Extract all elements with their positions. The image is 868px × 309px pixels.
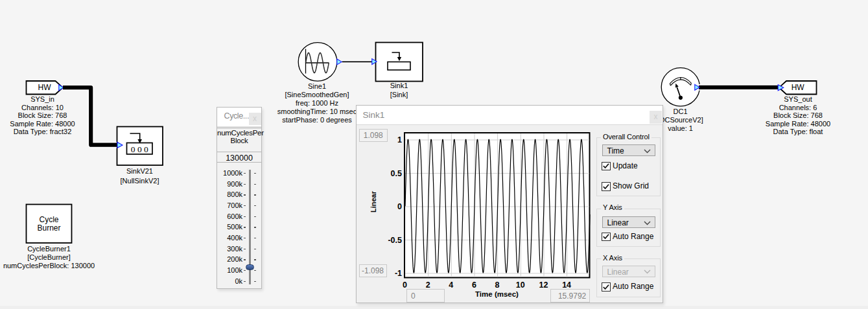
svg-text:Sample Rate: 48000: Sample Rate: 48000: [766, 120, 830, 128]
svg-text:Cycle: Cycle: [39, 215, 58, 224]
svg-text:value: 1: value: 1: [668, 124, 693, 132]
svg-text:SYS_in: SYS_in: [30, 95, 54, 103]
svg-text:Block Size: 768: Block Size: 768: [773, 111, 823, 119]
svg-text:Data Type: float: Data Type: float: [773, 128, 823, 135]
svg-text:startPhase: 0 degrees: startPhase: 0 degrees: [282, 116, 352, 124]
svg-text:numCyclesPerBlock: 130000: numCyclesPerBlock: 130000: [3, 262, 95, 269]
svg-text:[NullSinkV2]: [NullSinkV2]: [121, 177, 159, 185]
svg-text:[Sink]: [Sink]: [390, 91, 408, 98]
svg-text:Burner: Burner: [37, 223, 60, 233]
svg-text:SYS_out: SYS_out: [784, 95, 812, 103]
svg-text:[CycleBurner]: [CycleBurner]: [27, 253, 71, 261]
svg-text:[DCSourceV2]: [DCSourceV2]: [657, 116, 703, 124]
svg-text:DC1: DC1: [674, 108, 688, 115]
svg-text:HW: HW: [792, 83, 805, 92]
svg-text:SinkV21: SinkV21: [126, 167, 153, 175]
svg-text:Channels: 10: Channels: 10: [21, 104, 64, 111]
svg-text:Data Type: fract32: Data Type: fract32: [14, 128, 72, 135]
svg-text:CycleBurner1: CycleBurner1: [27, 245, 71, 253]
svg-text:Block Size: 768: Block Size: 768: [18, 111, 67, 119]
svg-text:freq: 1000 Hz: freq: 1000 Hz: [296, 99, 338, 107]
svg-text:Sine1: Sine1: [308, 82, 326, 90]
svg-text:smoothingTime: 10 msec: smoothingTime: 10 msec: [277, 108, 357, 115]
svg-text:Channels: 6: Channels: 6: [779, 104, 817, 111]
svg-text:0 0 0: 0 0 0: [131, 144, 148, 154]
svg-text:HW: HW: [38, 83, 52, 92]
svg-text:Sample Rate: 48000: Sample Rate: 48000: [10, 120, 75, 128]
svg-text:Sink1: Sink1: [390, 82, 408, 89]
svg-text:[SineSmoothedGen]: [SineSmoothedGen]: [285, 91, 349, 98]
